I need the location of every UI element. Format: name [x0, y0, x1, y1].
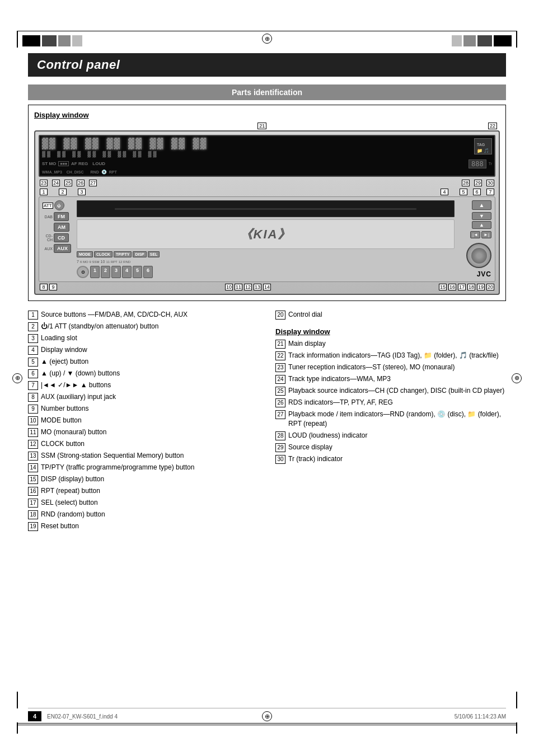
page-number-text: 4 [33, 713, 36, 720]
num-20: 20 [486, 284, 494, 290]
item-num-25: 25 [275, 387, 285, 396]
list-item: 27 Playback mode / item indicators—RND (… [275, 410, 506, 429]
item-text-22: Track information indicators—TAG (ID3 Ta… [288, 351, 506, 360]
num-24: 24 [52, 180, 60, 186]
preset-5[interactable]: 5 [133, 266, 142, 278]
list-item: 30 Tr (track) indicator [275, 454, 506, 464]
item-text-6: ▲ (up) / ▼ (down) buttons [41, 369, 259, 378]
preset-1[interactable]: 1 [90, 266, 100, 278]
item-text-10: MODE button [41, 416, 259, 425]
control-dial[interactable] [466, 243, 491, 268]
item-num-28: 28 [275, 431, 285, 440]
right-button-col: ▲ ▼ ▲ |◄ ►| [458, 200, 491, 278]
item-num-7: 7 [28, 381, 38, 390]
item-text-13: SSM (Strong-station Sequential Memory) b… [41, 451, 259, 461]
item-num-8: 8 [28, 393, 38, 402]
num-2: 2 [59, 189, 67, 195]
disp-btn[interactable]: DISP [133, 251, 146, 257]
att-button[interactable]: ⏻ [54, 200, 64, 210]
list-item: 4 Display window [28, 345, 259, 355]
num-26: 26 [77, 180, 85, 186]
number-btns-row: ⊙ 1 2 3 4 5 6 [77, 266, 455, 278]
item-num-22: 22 [275, 351, 285, 360]
display-window-subtitle: Display window [275, 327, 506, 336]
item-text-2: ⏻/1 ATT (standby/on attenuator) button [41, 322, 259, 331]
device-body: ▓▓ ▓▓ ▓▓ ▓▓ ▓▓ ▓▓ ▓▓ ▓▓ ▓▓ ▓▓ ▓▓ ▓▓ ▓▓ ▓… [34, 130, 500, 295]
preset-2[interactable]: 2 [101, 266, 110, 278]
cd-button[interactable]: CD [54, 233, 69, 242]
num-25: 25 [64, 180, 72, 186]
list-item: 22 Track information indicators—TAG (ID3… [275, 351, 506, 360]
num-5: 5 [460, 189, 467, 195]
item-num-17: 17 [28, 499, 38, 508]
parts-header-text: Parts identification [232, 88, 302, 97]
num-17: 17 [458, 284, 466, 290]
item-text-20: Control dial [288, 310, 506, 320]
diagram-area: Display window 21 22 [28, 105, 506, 301]
preset-6[interactable]: 6 [143, 266, 153, 278]
item-num-5: 5 [28, 358, 38, 367]
prev-btn[interactable]: |◄ [470, 231, 480, 238]
eject-btn[interactable]: ▲ [472, 200, 491, 210]
top-reg-mark: ⊕ [262, 34, 272, 44]
down-btn[interactable]: ▲ [472, 221, 491, 229]
parts-header: Parts identification [28, 84, 506, 100]
num-10: 10 [225, 284, 233, 290]
bottom-reg-mark: ⊕ [262, 711, 272, 721]
num-29: 29 [474, 180, 482, 186]
sel-btn[interactable]: SEL [148, 251, 160, 257]
tag-indicator: TAG 📁 🎵 [474, 138, 492, 154]
num-13: 13 [254, 284, 261, 290]
up-btn[interactable]: ▼ [472, 212, 491, 220]
top-bar-block1 [22, 35, 40, 46]
list-item: 6 ▲ (up) / ▼ (down) buttons [28, 369, 259, 378]
item-text-5: ▲ (eject) button [41, 357, 259, 367]
item-num-9: 9 [28, 405, 38, 414]
tppty-btn[interactable]: TP/PTY [114, 251, 132, 257]
item-num-12: 12 [28, 440, 38, 449]
left-reg-mark: ⊕ [12, 373, 22, 383]
parts-list-container: 1 Source buttons —FM/DAB, AM, CD/CD-CH, … [28, 310, 506, 533]
left-button-col: ATT ⏻ DAB FM AM [43, 200, 73, 278]
mode-btn[interactable]: MODE [77, 251, 93, 257]
num-18: 18 [467, 284, 475, 290]
aux-button[interactable]: AUX [54, 244, 71, 253]
clock-btn[interactable]: CLOCK [94, 251, 113, 257]
am-button[interactable]: AM [54, 223, 69, 232]
item-num-15: 15 [28, 475, 38, 484]
list-item: 17 SEL (select) button [28, 498, 259, 508]
parts-list-right: 20 Control dial Display window 21 Main d… [275, 310, 506, 533]
item-text-29: Source display [288, 443, 506, 452]
item-num-2: 2 [28, 322, 38, 331]
list-item: 15 DISP (display) button [28, 475, 259, 484]
list-item: 26 RDS indicators—TP, PTY, AF, REG [275, 398, 506, 407]
item-text-4: Display window [41, 345, 259, 355]
item-text-21: Main display [288, 339, 506, 349]
fm-button[interactable]: FM [54, 212, 69, 221]
item-text-8: AUX (auxiliary) input jack [41, 392, 259, 402]
list-item: 7 |◄◄ ✓/►► ▲ buttons [28, 381, 259, 390]
list-item: 28 LOUD (loudness) indicator [275, 431, 506, 440]
list-item: 1 Source buttons —FM/DAB, AM, CD/CD-CH, … [28, 310, 259, 320]
num-btn-circ[interactable]: ⊙ [77, 266, 89, 278]
list-item: 12 CLOCK button [28, 439, 259, 449]
list-item: 10 MODE button [28, 416, 259, 425]
preset-4[interactable]: 4 [122, 266, 132, 278]
item-text-18: RND (random) button [41, 510, 259, 519]
item-num-29: 29 [275, 443, 285, 452]
list-item: 2 ⏻/1 ATT (standby/on attenuator) button [28, 322, 259, 331]
num-9: 9 [49, 284, 57, 290]
item-text-24: Track type indicators—WMA, MP3 [288, 374, 506, 384]
preset-3[interactable]: 3 [111, 266, 121, 278]
item-num-11: 11 [28, 428, 38, 437]
item-text-12: CLOCK button [41, 439, 259, 449]
center-area: 《KIA》 MODE CLOCK TP/PTY DISP SEL [77, 200, 455, 278]
top-bar-block2 [42, 35, 57, 46]
list-item: 5 ▲ (eject) button [28, 357, 259, 367]
item-num-3: 3 [28, 334, 38, 343]
next-btn[interactable]: ►| [481, 231, 491, 238]
num-16: 16 [448, 284, 456, 290]
item-num-14: 14 [28, 463, 38, 472]
top-bar-block-r2 [477, 35, 492, 46]
item-num-23: 23 [275, 363, 285, 372]
